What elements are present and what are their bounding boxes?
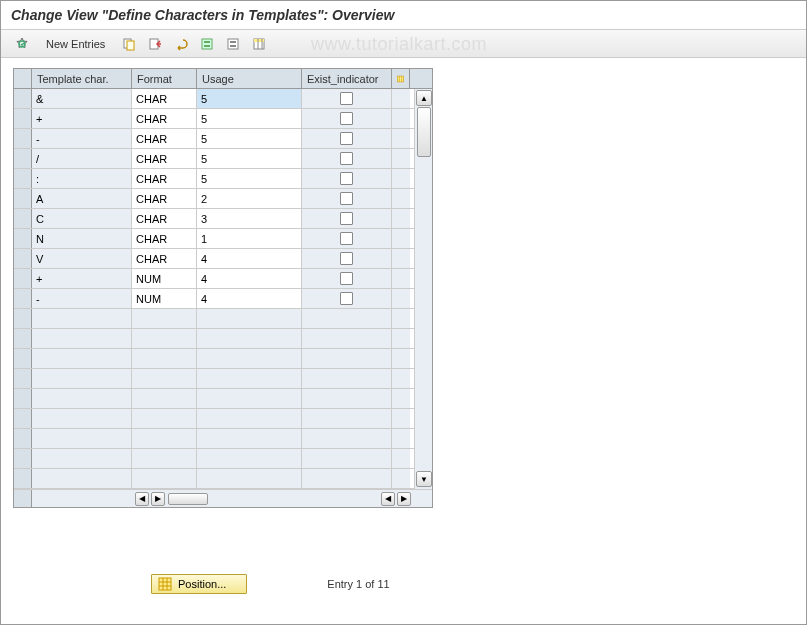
cell-format[interactable]: NUM [132, 289, 197, 308]
cell-exist[interactable] [302, 189, 392, 208]
cell-usage[interactable]: 5 [197, 169, 302, 188]
cell-template-char[interactable]: : [32, 169, 132, 188]
row-selector[interactable] [14, 429, 32, 448]
exist-checkbox[interactable] [340, 152, 353, 165]
cell-usage[interactable]: 2 [197, 189, 302, 208]
delete-button[interactable] [144, 34, 166, 54]
new-entries-button[interactable]: New Entries [37, 34, 114, 54]
cell-usage[interactable]: 4 [197, 269, 302, 288]
position-button[interactable]: Position... [151, 574, 247, 594]
cell-usage[interactable]: 5 [197, 129, 302, 148]
exist-checkbox[interactable] [340, 212, 353, 225]
table-row[interactable]: + CHAR 5 [14, 109, 432, 129]
cell-exist[interactable] [302, 169, 392, 188]
cell-format[interactable]: CHAR [132, 129, 197, 148]
cell-format[interactable]: CHAR [132, 189, 197, 208]
exist-checkbox[interactable] [340, 132, 353, 145]
vertical-scrollbar[interactable]: ▲ ▼ [414, 89, 432, 489]
table-row[interactable]: - CHAR 5 [14, 129, 432, 149]
cell-template-char[interactable]: N [32, 229, 132, 248]
row-selector[interactable] [14, 169, 32, 188]
exist-checkbox[interactable] [340, 92, 353, 105]
table-row[interactable]: N CHAR 1 [14, 229, 432, 249]
row-selector[interactable] [14, 389, 32, 408]
select-all-button[interactable] [196, 34, 218, 54]
row-selector[interactable] [14, 129, 32, 148]
row-selector[interactable] [14, 229, 32, 248]
column-format[interactable]: Format [132, 69, 197, 88]
row-selector[interactable] [14, 309, 32, 328]
scroll-thumb[interactable] [417, 107, 431, 157]
table-row[interactable]: - NUM 4 [14, 289, 432, 309]
cell-format[interactable]: NUM [132, 269, 197, 288]
column-template-char[interactable]: Template char. [32, 69, 132, 88]
table-row[interactable]: : CHAR 5 [14, 169, 432, 189]
row-selector[interactable] [14, 109, 32, 128]
deselect-all-button[interactable] [222, 34, 244, 54]
row-selector[interactable] [14, 449, 32, 468]
table-row-empty[interactable] [14, 469, 432, 489]
cell-usage[interactable]: 5 [197, 109, 302, 128]
cell-usage[interactable]: 4 [197, 249, 302, 268]
column-exist-indicator[interactable]: Exist_indicator [302, 69, 392, 88]
table-row[interactable]: / CHAR 5 [14, 149, 432, 169]
cell-usage[interactable]: 5 [197, 149, 302, 168]
row-selector[interactable] [14, 409, 32, 428]
cell-template-char[interactable]: V [32, 249, 132, 268]
cell-exist[interactable] [302, 229, 392, 248]
scroll-right-button-2[interactable]: ▶ [397, 492, 411, 506]
row-selector[interactable] [14, 189, 32, 208]
row-selector[interactable] [14, 209, 32, 228]
table-row-empty[interactable] [14, 409, 432, 429]
toggle-button[interactable] [11, 34, 33, 54]
row-selector[interactable] [14, 369, 32, 388]
cell-usage[interactable]: 3 [197, 209, 302, 228]
cell-exist[interactable] [302, 209, 392, 228]
table-row-empty[interactable] [14, 329, 432, 349]
table-row-empty[interactable] [14, 309, 432, 329]
row-selector[interactable] [14, 329, 32, 348]
scroll-left-button-2[interactable]: ◀ [381, 492, 395, 506]
table-row[interactable]: V CHAR 4 [14, 249, 432, 269]
cell-exist[interactable] [302, 109, 392, 128]
row-selector[interactable] [14, 269, 32, 288]
table-settings-button[interactable] [248, 34, 270, 54]
table-row[interactable]: & CHAR 5 [14, 89, 432, 109]
cell-usage[interactable]: 4 [197, 289, 302, 308]
cell-format[interactable]: CHAR [132, 209, 197, 228]
scroll-right-button[interactable]: ▶ [151, 492, 165, 506]
cell-template-char[interactable]: A [32, 189, 132, 208]
select-all-header[interactable] [14, 69, 32, 88]
table-row-empty[interactable] [14, 389, 432, 409]
table-row-empty[interactable] [14, 369, 432, 389]
cell-format[interactable]: CHAR [132, 169, 197, 188]
cell-usage[interactable]: 5 [197, 89, 302, 108]
exist-checkbox[interactable] [340, 232, 353, 245]
cell-exist[interactable] [302, 129, 392, 148]
row-selector[interactable] [14, 89, 32, 108]
exist-checkbox[interactable] [340, 292, 353, 305]
table-row[interactable]: C CHAR 3 [14, 209, 432, 229]
cell-format[interactable]: CHAR [132, 89, 197, 108]
cell-exist[interactable] [302, 269, 392, 288]
scroll-down-button[interactable]: ▼ [416, 471, 432, 487]
row-selector[interactable] [14, 349, 32, 368]
row-selector[interactable] [14, 149, 32, 168]
cell-usage[interactable]: 1 [197, 229, 302, 248]
row-selector[interactable] [14, 289, 32, 308]
column-usage[interactable]: Usage [197, 69, 302, 88]
row-selector[interactable] [14, 469, 32, 488]
cell-template-char[interactable]: - [32, 129, 132, 148]
table-row[interactable]: A CHAR 2 [14, 189, 432, 209]
cell-format[interactable]: CHAR [132, 149, 197, 168]
exist-checkbox[interactable] [340, 192, 353, 205]
cell-template-char[interactable]: - [32, 289, 132, 308]
scroll-up-button[interactable]: ▲ [416, 90, 432, 106]
cell-exist[interactable] [302, 249, 392, 268]
copy-button[interactable] [118, 34, 140, 54]
exist-checkbox[interactable] [340, 172, 353, 185]
cell-template-char[interactable]: + [32, 269, 132, 288]
scroll-left-button[interactable]: ◀ [135, 492, 149, 506]
table-config-button[interactable] [392, 69, 410, 88]
cell-exist[interactable] [302, 149, 392, 168]
